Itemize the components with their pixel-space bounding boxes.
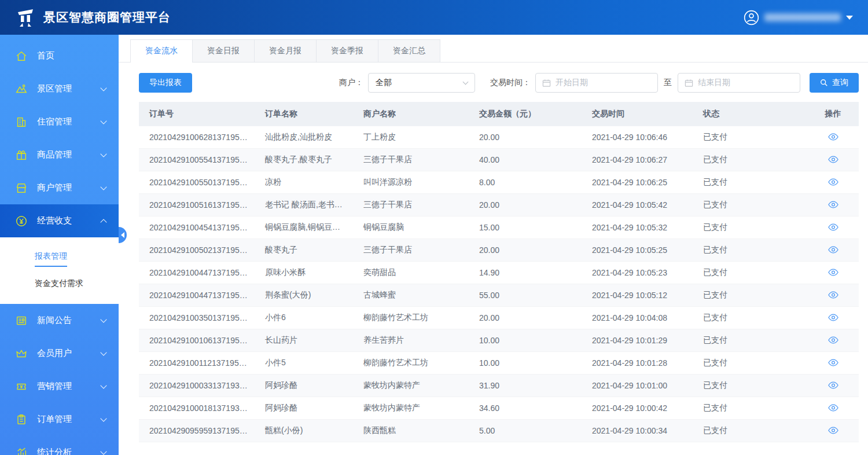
sidebar-item-label: 经营收支 (37, 215, 72, 226)
view-detail-button[interactable] (827, 177, 840, 187)
submenu-item-report-management[interactable]: 报表管理 (0, 245, 119, 273)
merchant-name-cell: 铜锅豆腐脑 (353, 217, 469, 239)
view-detail-button[interactable] (827, 425, 840, 435)
chevron-down-icon (100, 349, 106, 355)
view-detail-button[interactable] (827, 380, 840, 390)
order-name-cell: 阿妈珍酪 (255, 375, 353, 397)
order-name-cell: 老书记 酸汤面,老书记 酸汤面 (255, 194, 353, 217)
chevron-down-icon (100, 85, 106, 91)
sidebar-item-label: 新闻公告 (37, 315, 72, 326)
table-body: 202104291006281371955735汕批粉皮,汕批粉皮丁上粉皮20.… (139, 126, 859, 442)
merchant-filter-label: 商户： (339, 78, 363, 88)
status-cell: 已支付 (693, 329, 815, 352)
tab-fund-monthly[interactable]: 资金月报 (254, 39, 317, 62)
view-detail-button[interactable] (827, 267, 840, 277)
table-row: 202104291006281371955735汕批粉皮,汕批粉皮丁上粉皮20.… (139, 126, 859, 149)
eye-icon (828, 178, 838, 186)
view-detail-button[interactable] (827, 155, 840, 164)
order-no-cell: 202104291005501371958605 (139, 171, 255, 194)
merchant-name-cell: 古城蜂蜜 (353, 284, 469, 307)
action-cell (815, 375, 859, 397)
action-cell (815, 194, 859, 217)
order-name-cell: 荆条蜜(大份) (255, 284, 353, 307)
scenic-area-icon (15, 83, 28, 96)
time-cell: 2021-04-29 10:06:46 (582, 126, 693, 149)
sidebar-item-revenue[interactable]: 经营收支 (0, 204, 119, 237)
amount-cell: 55.00 (469, 284, 582, 307)
sidebar-item-statistics[interactable]: 统计分析 (0, 436, 119, 455)
home-icon (15, 50, 28, 63)
sidebar-item-goods[interactable]: 商品管理 (0, 138, 119, 171)
sidebar-item-label: 商户管理 (37, 182, 72, 193)
crown-icon (15, 347, 28, 360)
tab-fund-daily[interactable]: 资金日报 (192, 39, 255, 62)
view-detail-button[interactable] (827, 245, 840, 255)
top-header: 景区智慧商圈管理平台 (0, 0, 868, 35)
time-cell: 2021-04-29 10:01:00 (582, 375, 693, 397)
merchant-select[interactable]: 全部 (368, 73, 475, 93)
sidebar-item-label: 住宿管理 (37, 116, 72, 127)
search-button[interactable]: 查询 (810, 73, 859, 93)
eye-icon (828, 156, 838, 163)
order-name-cell: 汕批粉皮,汕批粉皮 (255, 126, 353, 149)
time-cell: 2021-04-29 10:05:12 (582, 284, 693, 307)
action-cell (815, 149, 859, 171)
view-detail-button[interactable] (827, 358, 840, 368)
view-detail-button[interactable] (827, 403, 840, 413)
table-row: 202104291000181371931025阿妈珍酪蒙牧坊内蒙特产34.60… (139, 397, 859, 420)
eye-icon (828, 223, 838, 231)
merchant-name-cell: 丁上粉皮 (353, 126, 469, 149)
amount-cell: 8.00 (469, 171, 582, 194)
submenu-item-fund-payment[interactable]: 资金支付需求 (0, 273, 119, 295)
yuan-circle-icon (15, 215, 28, 228)
amount-cell: 20.00 (469, 307, 582, 329)
view-detail-button[interactable] (827, 313, 840, 322)
merchant-name-cell: 奕萌甜品 (353, 262, 469, 284)
gift-icon (15, 149, 28, 162)
ticket-yuan-icon (15, 380, 28, 393)
amount-cell: 40.00 (469, 149, 582, 171)
sidebar-item-news[interactable]: 新闻公告 (0, 304, 119, 337)
sidebar-item-label: 商品管理 (37, 149, 72, 160)
merchant-name-cell: 叫叫洋源凉粉 (353, 171, 469, 194)
merchant-name-cell: 蒙牧坊内蒙特产 (353, 375, 469, 397)
view-detail-button[interactable] (827, 222, 840, 232)
merchant-name-cell: 三德子干果店 (353, 239, 469, 262)
col-merchant-name: 商户名称 (353, 102, 469, 126)
export-report-button[interactable]: 导出报表 (139, 73, 192, 93)
col-amount: 交易金额（元） (469, 102, 582, 126)
merchant-name-cell: 柳韵藤竹艺术工坊 (353, 307, 469, 329)
eye-icon (828, 427, 838, 434)
order-no-cell: 202104291001121371958361 (139, 352, 255, 375)
view-detail-button[interactable] (827, 335, 840, 345)
col-time: 交易时间 (582, 102, 693, 126)
tab-fund-summary[interactable]: 资金汇总 (378, 39, 440, 62)
time-cell: 2021-04-29 10:00:42 (582, 397, 693, 420)
view-detail-button[interactable] (827, 132, 840, 142)
view-detail-button[interactable] (827, 290, 840, 300)
order-no-cell: 202104291001061371955883 (139, 329, 255, 352)
tab-fund-quarterly[interactable]: 资金季报 (316, 39, 378, 62)
sidebar-item-lodging[interactable]: 住宿管理 (0, 105, 119, 138)
tab-fund-flow[interactable]: 资金流水 (130, 39, 193, 63)
status-cell: 已支付 (693, 397, 815, 420)
user-avatar-icon (744, 10, 759, 25)
date-range-separator: 至 (664, 78, 672, 88)
sidebar-item-scenic[interactable]: 景区管理 (0, 72, 119, 105)
amount-cell: 20.00 (469, 194, 582, 217)
sidebar-item-order[interactable]: 订单管理 (0, 403, 119, 436)
chevron-down-icon (100, 118, 106, 124)
sidebar-item-marketing[interactable]: 营销管理 (0, 370, 119, 403)
sidebar-item-merchant[interactable]: 商户管理 (0, 171, 119, 204)
time-cell: 2021-04-29 10:05:23 (582, 262, 693, 284)
user-menu[interactable] (744, 10, 853, 25)
merchant-name-cell: 蒙牧坊内蒙特产 (353, 397, 469, 420)
end-date-input[interactable]: 结束日期 (678, 73, 800, 93)
view-detail-button[interactable] (827, 200, 840, 210)
sidebar-item-member[interactable]: 会员用户 (0, 337, 119, 370)
time-cell: 2021-04-29 10:05:42 (582, 194, 693, 217)
start-date-input[interactable]: 开始日期 (535, 73, 658, 93)
sidebar-item-label: 统计分析 (37, 447, 72, 455)
order-name-cell: 小件6 (255, 307, 353, 329)
sidebar-item-home[interactable]: 首页 (0, 39, 119, 72)
